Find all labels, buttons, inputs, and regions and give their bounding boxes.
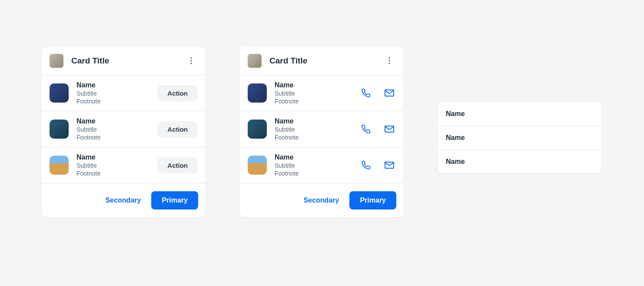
- svg-point-2: [190, 63, 192, 64]
- more-vertical-icon: [388, 57, 390, 64]
- item-footnote: Footnote: [275, 170, 360, 177]
- item-name: Name: [275, 153, 360, 161]
- mail-icon: [384, 124, 395, 134]
- more-vertical-icon: [190, 57, 192, 64]
- primary-button[interactable]: Primary: [349, 191, 396, 210]
- item-footnote: Footnote: [76, 98, 158, 105]
- list-item: Name Subtitle Footnote Action: [42, 147, 205, 183]
- item-subtitle: Subtitle: [76, 90, 158, 97]
- card-header: Card Title: [42, 47, 205, 75]
- item-avatar: [248, 83, 267, 103]
- list-item: Name Subtitle Footnote: [240, 75, 403, 111]
- list-item: Name Subtitle Footnote Action: [42, 75, 205, 111]
- card-header: Card Title: [240, 47, 403, 75]
- card-with-icon-actions: Card Title Name Subtitle Footnote Name S…: [240, 47, 403, 217]
- phone-icon: [361, 124, 371, 134]
- phone-icon: [361, 160, 371, 170]
- item-footnote: Footnote: [275, 98, 360, 105]
- action-button[interactable]: Action: [158, 157, 197, 173]
- card-footer: Secondary Primary: [240, 183, 403, 217]
- item-text: Name Subtitle Footnote: [275, 81, 360, 105]
- action-button[interactable]: Action: [158, 85, 197, 101]
- call-button[interactable]: [360, 159, 372, 171]
- item-name: Name: [76, 153, 158, 161]
- card-footer: Secondary Primary: [42, 183, 205, 217]
- svg-point-1: [190, 60, 192, 61]
- item-avatar: [50, 83, 69, 103]
- list-item: Name Subtitle Footnote: [240, 147, 403, 183]
- svg-point-0: [190, 57, 192, 59]
- item-text: Name Subtitle Footnote: [76, 81, 158, 105]
- mail-icon: [384, 88, 395, 98]
- item-avatar: [50, 120, 69, 139]
- item-footnote: Footnote: [76, 134, 158, 141]
- icon-actions: [360, 123, 395, 135]
- action-button[interactable]: Action: [158, 121, 197, 137]
- item-avatar: [248, 120, 267, 139]
- item-name: Name: [275, 81, 360, 89]
- item-footnote: Footnote: [275, 134, 360, 141]
- card-title: Card Title: [71, 56, 185, 66]
- list-item[interactable]: Name: [438, 150, 601, 173]
- item-subtitle: Subtitle: [76, 126, 158, 133]
- list-item[interactable]: Name: [438, 102, 601, 126]
- item-subtitle: Subtitle: [275, 90, 360, 97]
- svg-point-4: [388, 60, 390, 61]
- email-button[interactable]: [383, 123, 395, 135]
- item-subtitle: Subtitle: [275, 126, 360, 133]
- card-with-action-buttons: Card Title Name Subtitle Footnote Action…: [42, 47, 205, 217]
- simple-list-card: Name Name Name: [438, 102, 601, 173]
- more-options-button[interactable]: [185, 55, 197, 67]
- item-subtitle: Subtitle: [76, 162, 158, 169]
- email-button[interactable]: [383, 159, 395, 171]
- item-text: Name Subtitle Footnote: [275, 153, 360, 177]
- list-item: Name Subtitle Footnote Action: [42, 111, 205, 147]
- phone-icon: [361, 88, 371, 98]
- item-avatar: [50, 156, 69, 175]
- item-subtitle: Subtitle: [275, 162, 360, 169]
- secondary-button[interactable]: Secondary: [301, 192, 342, 209]
- call-button[interactable]: [360, 123, 372, 135]
- item-text: Name Subtitle Footnote: [76, 117, 158, 141]
- list-item: Name Subtitle Footnote: [240, 111, 403, 147]
- svg-point-5: [388, 63, 390, 64]
- card-avatar: [248, 54, 262, 68]
- icon-actions: [360, 159, 395, 171]
- item-footnote: Footnote: [76, 170, 158, 177]
- mail-icon: [384, 160, 395, 170]
- svg-point-3: [388, 57, 390, 59]
- icon-actions: [360, 87, 395, 99]
- item-text: Name Subtitle Footnote: [76, 153, 158, 177]
- item-avatar: [248, 156, 267, 175]
- secondary-button[interactable]: Secondary: [103, 192, 144, 209]
- more-options-button[interactable]: [383, 55, 395, 67]
- card-title: Card Title: [269, 56, 383, 66]
- call-button[interactable]: [360, 87, 372, 99]
- item-name: Name: [76, 81, 158, 89]
- item-name: Name: [76, 117, 158, 125]
- card-avatar: [50, 54, 63, 68]
- primary-button[interactable]: Primary: [151, 191, 198, 210]
- item-name: Name: [275, 117, 360, 125]
- list-item[interactable]: Name: [438, 126, 601, 150]
- item-text: Name Subtitle Footnote: [275, 117, 360, 141]
- email-button[interactable]: [383, 87, 395, 99]
